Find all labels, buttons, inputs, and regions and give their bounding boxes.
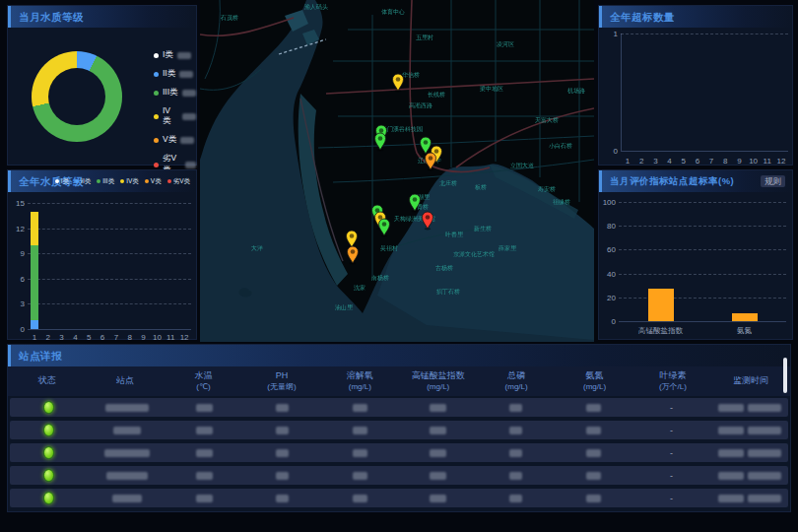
value-redacted bbox=[430, 404, 446, 412]
y-axis-line bbox=[621, 33, 622, 151]
year-exceed-chart[interactable]: 01123456789101112 bbox=[599, 6, 794, 166]
legend-item[interactable]: IV类 bbox=[154, 105, 196, 127]
map-place-label: 叶春里 bbox=[445, 231, 463, 239]
map-place-label: 小白石桥 bbox=[549, 142, 572, 151]
exceed-rate-bar-chart[interactable]: 020406080100高锰酸盐指数氨氮 bbox=[599, 170, 794, 341]
legend-item[interactable]: I类 bbox=[154, 49, 196, 61]
table-row[interactable]: - bbox=[10, 398, 788, 417]
legend-label: II类 bbox=[163, 68, 175, 80]
table-scrollbar[interactable] bbox=[783, 358, 787, 393]
value-redacted bbox=[196, 472, 213, 480]
bar-segment bbox=[31, 245, 38, 321]
value-redacted bbox=[509, 449, 522, 457]
status-ok-dot bbox=[43, 469, 54, 482]
station-pin-red[interactable] bbox=[420, 208, 435, 231]
gridline bbox=[28, 253, 191, 254]
x-axis-category-label: 氨氮 bbox=[737, 326, 752, 336]
column-unit: (mg/L) bbox=[427, 382, 449, 392]
x-axis-tick: 9 bbox=[141, 333, 145, 342]
x-axis-tick: 11 bbox=[764, 157, 771, 166]
map-place-label: 高淞西路 bbox=[409, 101, 432, 110]
panel-station-table: 站点详报 状态站点水温(℃)PH(无量纲)溶解氧(mg/L)高锰酸盐指数(mg/… bbox=[7, 344, 791, 512]
station-map[interactable]: 石茂桥渔人码头体育中心五里村凌河区华信桥长线桥梁中地区机场路天富大桥高淞西路长门… bbox=[200, 0, 594, 342]
legend-item[interactable]: II类 bbox=[154, 68, 196, 80]
cell-状态 bbox=[10, 401, 88, 414]
map-place-label: 长线桥 bbox=[428, 91, 445, 100]
rate-bar[interactable] bbox=[648, 289, 674, 321]
column-name: 站点 bbox=[116, 375, 134, 387]
status-ok-dot bbox=[43, 492, 54, 504]
month-quality-donut-chart[interactable] bbox=[32, 51, 122, 142]
value-redacted bbox=[276, 495, 289, 502]
cell-高锰酸盐指数 bbox=[399, 449, 477, 457]
cell-站点 bbox=[88, 404, 166, 412]
map-place-label: 京派文化艺术馆 bbox=[453, 250, 495, 259]
value-redacted bbox=[586, 495, 601, 502]
panel-year-quality: 全年水质等级 I类II类III类IV类V类劣V类 036912151234567… bbox=[7, 169, 197, 340]
cell-水温 bbox=[166, 404, 243, 412]
station-pin-yellow[interactable] bbox=[390, 70, 406, 93]
table-row[interactable]: - bbox=[10, 489, 788, 507]
gridline bbox=[619, 274, 786, 275]
cell-溶解氧 bbox=[321, 495, 399, 502]
cell-水温 bbox=[166, 427, 243, 434]
cell-监测时间 bbox=[710, 495, 788, 502]
legend-item[interactable]: V类 bbox=[154, 134, 196, 146]
year-quality-bar-chart[interactable]: 03691215123456789101112 bbox=[8, 170, 198, 341]
time-redacted bbox=[748, 427, 781, 434]
rate-bar[interactable] bbox=[732, 313, 758, 321]
map-place-label: 体育中心 bbox=[381, 8, 405, 17]
stacked-bar[interactable] bbox=[31, 212, 38, 329]
column-unit: (万个/L) bbox=[659, 382, 687, 392]
table-row[interactable]: - bbox=[10, 466, 788, 485]
station-pin-green[interactable] bbox=[372, 129, 388, 152]
value-redacted bbox=[353, 472, 367, 480]
station-pin-orange[interactable] bbox=[345, 242, 361, 265]
gridline bbox=[619, 298, 786, 299]
gridline bbox=[28, 279, 191, 280]
legend-item[interactable]: III类 bbox=[154, 87, 196, 99]
cell-氨氮 bbox=[555, 404, 632, 412]
map-place-label: 新生桥 bbox=[474, 225, 492, 233]
pin-icon bbox=[390, 70, 406, 93]
x-axis-tick: 9 bbox=[737, 157, 741, 166]
x-axis-line bbox=[621, 151, 788, 152]
column-name: 氨氮 bbox=[586, 370, 604, 382]
y-axis-tick: 60 bbox=[607, 245, 616, 254]
bar-segment bbox=[31, 320, 38, 329]
value-redacted bbox=[430, 472, 446, 480]
table-row[interactable]: - bbox=[10, 421, 788, 439]
cell-总磷 bbox=[477, 449, 555, 457]
column-name: 溶解氧 bbox=[347, 370, 373, 382]
legend-value-redacted bbox=[180, 137, 194, 144]
column-name: 叶绿素 bbox=[659, 370, 686, 382]
gridline bbox=[28, 329, 191, 330]
map-place-label: 渔人码头 bbox=[304, 3, 328, 12]
station-pin-green[interactable] bbox=[376, 215, 392, 237]
map-place-label: 薛家里 bbox=[499, 244, 516, 253]
y-axis-tick: 80 bbox=[607, 222, 616, 231]
value-redacted bbox=[430, 427, 446, 434]
cell-站点 bbox=[88, 427, 166, 434]
cell-PH bbox=[243, 404, 321, 412]
cell-总磷 bbox=[477, 495, 555, 502]
gridline bbox=[28, 303, 191, 304]
x-axis-tick: 10 bbox=[153, 333, 162, 342]
map-place-label: 招丁石桥 bbox=[436, 288, 460, 297]
map-place-label: 梁中地区 bbox=[480, 85, 503, 94]
date-redacted bbox=[718, 472, 744, 480]
column-header-溶解氧: 溶解氧(mg/L) bbox=[321, 370, 399, 392]
cell-监测时间 bbox=[710, 449, 788, 457]
value-redacted bbox=[586, 472, 601, 480]
cell-叶绿素: - bbox=[632, 448, 710, 458]
panel-header: 当月水质等级 bbox=[8, 6, 196, 28]
panel-year-exceed: 全年超标数量 01123456789101112 bbox=[598, 5, 793, 166]
table-row[interactable]: - bbox=[10, 443, 788, 462]
station-pin-orange[interactable] bbox=[423, 149, 438, 171]
column-header-氨氮: 氨氮(mg/L) bbox=[556, 370, 633, 392]
value-redacted bbox=[430, 495, 446, 502]
map-place-label: 油山里 bbox=[335, 303, 353, 312]
value-redacted bbox=[196, 495, 213, 502]
column-name: 水温 bbox=[195, 370, 213, 382]
panel-title: 当月水质等级 bbox=[11, 6, 84, 28]
